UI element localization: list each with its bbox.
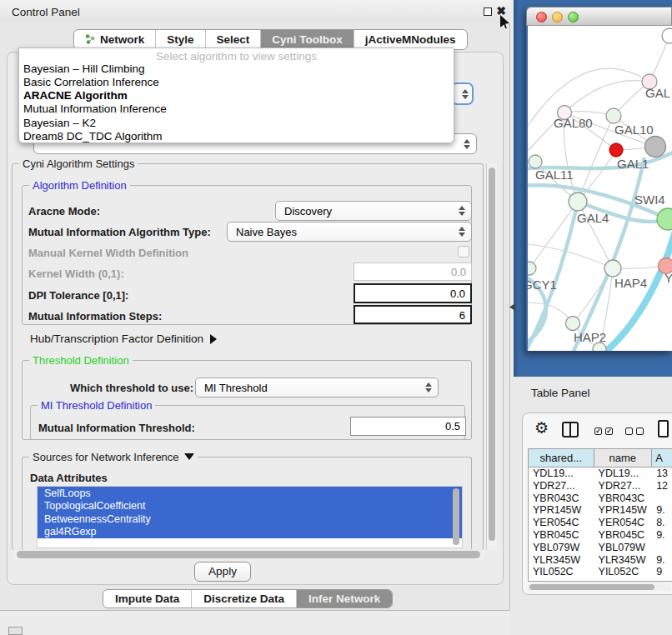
mi-steps-field[interactable]: 6	[354, 305, 472, 324]
table-cell: YBR045C	[529, 529, 594, 542]
table-cell: 8.	[652, 517, 672, 529]
column-header-partial[interactable]: A	[652, 449, 672, 467]
mi-type-combo[interactable]: Naive Bayes	[227, 222, 472, 242]
dpi-tolerance-label: DPI Tolerance [0,1]:	[28, 289, 128, 302]
node-label: GAL11	[535, 168, 574, 182]
sources-title[interactable]: Sources for Network Inference	[29, 451, 198, 463]
unchecked-box-icon[interactable]	[625, 428, 633, 435]
table-cell	[652, 492, 672, 505]
mi-threshold-field[interactable]: 0.5	[350, 417, 466, 436]
table-panel-region: Table Panel ⚙ ✓ ✓ shared... name A YDL19…	[511, 377, 672, 635]
table-row[interactable]: YER054CYER054C8.	[529, 517, 672, 529]
combo-spinner-icon	[464, 139, 470, 149]
close-icon[interactable]: ✖	[496, 4, 506, 18]
mi-steps-label: Mutual Information Steps:	[28, 310, 162, 322]
tab-network[interactable]: Network	[74, 30, 156, 49]
tab-impute-data[interactable]: Impute Data	[103, 590, 192, 608]
table-cell: YER054C	[529, 517, 594, 529]
tab-select[interactable]: Select	[206, 30, 262, 49]
network-canvas[interactable]: GALGAL80GAL10GAL1GAL11GAL4SWI4YHAP4GCY1H…	[528, 26, 672, 351]
algo-option-bayesian-k2[interactable]: Bayesian – K2	[23, 117, 96, 129]
kernel-width-label: Kernel Width (0,1):	[28, 268, 124, 280]
collapse-down-icon	[184, 453, 194, 460]
table-row[interactable]: YIL052CYIL052C9	[529, 566, 672, 578]
table-cell: YDR27...	[529, 480, 594, 492]
attribute-list-item[interactable]: gal4RGexp	[38, 525, 462, 538]
dpi-tolerance-field[interactable]: 0.0	[354, 283, 472, 303]
table-row[interactable]: YBR045CYBR045C9.	[529, 529, 672, 542]
window-minimize-button[interactable]	[552, 12, 563, 22]
table-row[interactable]: YBL079WYBL079W	[529, 542, 672, 554]
network-node[interactable]	[645, 137, 666, 158]
window-close-button[interactable]	[536, 12, 547, 22]
column-header-name[interactable]: name	[594, 449, 653, 467]
gear-icon[interactable]: ⚙	[534, 418, 549, 438]
mi-threshold-title: MI Threshold Definition	[38, 399, 155, 412]
hub-definition-toggle[interactable]: Hub/Transcription Factor Definition	[30, 332, 217, 345]
network-node-hap2[interactable]	[566, 317, 580, 331]
algo-option-mutual-information[interactable]: Mutual Information Inference	[23, 102, 167, 115]
list-scrollbar[interactable]	[453, 488, 459, 545]
window-zoom-button[interactable]	[568, 12, 579, 22]
combo-spinner-icon	[459, 206, 465, 216]
network-node-hap4[interactable]	[604, 260, 621, 277]
apply-button[interactable]: Apply	[194, 562, 251, 582]
attribute-list-item[interactable]: TopologicalCoefficient	[38, 499, 462, 512]
combo-spinner-icon	[459, 227, 465, 237]
tab-jactivemnodules[interactable]: jActiveMNodules	[354, 30, 467, 49]
node-label: HAP2	[574, 330, 606, 344]
algo-option-bayesian-hill-climbing[interactable]: Bayesian – Hill Climbing	[23, 62, 145, 75]
attribute-list-item[interactable]: SelfLoops	[38, 487, 462, 499]
aracne-mode-label: Aracne Mode:	[28, 205, 100, 218]
table-row[interactable]: YLR345WYLR345W9.	[529, 554, 672, 567]
node-label: GAL4	[577, 211, 609, 225]
network-node-gal1[interactable]	[609, 143, 623, 157]
dropdown-placeholder: Select algorithm to view settings	[19, 50, 454, 62]
panel-divider-arrow[interactable]	[509, 303, 515, 311]
minimized-chip[interactable]	[8, 627, 23, 635]
tab-cyni-toolbox[interactable]: Cyni Toolbox	[261, 30, 354, 49]
settings-vscrollbar[interactable]	[486, 163, 497, 550]
network-node-gal11[interactable]	[529, 155, 542, 168]
network-window-titlebar[interactable]	[526, 7, 672, 26]
algo-option-basic-correlation[interactable]: Basic Correlation Inference	[23, 76, 159, 88]
data-attributes-list[interactable]: SelfLoopsTopologicalCoefficientBetweenne…	[37, 486, 463, 548]
checked-box-icon[interactable]: ✓	[605, 428, 613, 435]
table-cell: YBR043C	[594, 492, 653, 505]
tab-discretize-data[interactable]: Discretize Data	[192, 590, 297, 608]
unchecked-box-icon[interactable]	[636, 428, 644, 435]
table-cell: YPR145W	[529, 504, 594, 517]
float-window-icon[interactable]	[484, 8, 492, 16]
network-node-gal10[interactable]	[606, 108, 621, 123]
table-row[interactable]: YBR043CYBR043C	[529, 492, 672, 505]
table-cell: 9.	[652, 554, 672, 567]
table-row[interactable]: YPR145WYPR145W9.	[529, 504, 672, 517]
algo-option-dream8[interactable]: Dream8 DC_TDC Algorithm	[23, 130, 163, 142]
aracne-mode-combo[interactable]: Discovery	[275, 201, 472, 221]
network-node-gal4[interactable]	[569, 192, 587, 211]
table-cell: YIL052C	[594, 566, 653, 578]
manual-kernel-checkbox[interactable]	[458, 246, 469, 258]
column-header-shared[interactable]: shared...	[529, 449, 594, 467]
network-node-gcy1[interactable]	[528, 262, 536, 275]
network-node[interactable]	[662, 28, 672, 43]
document-icon[interactable]	[658, 420, 669, 438]
panel-title: Control Panel	[12, 6, 80, 18]
columns-icon[interactable]	[562, 422, 579, 438]
combo-spinner-icon	[425, 382, 432, 392]
settings-hscrollbar[interactable]	[13, 550, 485, 560]
table-row[interactable]: YDR27...YDR27...12	[529, 480, 672, 492]
which-threshold-combo[interactable]: MI Threshold	[195, 378, 439, 398]
algorithm-definition-title: Algorithm Definition	[29, 179, 130, 192]
checked-box-icon[interactable]: ✓	[594, 428, 602, 435]
attribute-list-item[interactable]: BetweennessCentrality	[38, 512, 462, 525]
network-node-swi4[interactable]	[657, 208, 672, 230]
table-row[interactable]: YDL19...YDL19...13	[529, 468, 672, 480]
algo-option-aracne[interactable]: ARACNE Algorithm	[23, 89, 128, 102]
table-header-row: shared... name A	[529, 449, 672, 468]
mi-type-label: Mutual Information Algorithm Type:	[28, 226, 211, 238]
table-hscrollbar[interactable]	[528, 583, 671, 591]
tab-style[interactable]: Style	[156, 30, 205, 49]
mi-threshold-label: Mutual Information Threshold:	[38, 422, 195, 434]
tab-infer-network[interactable]: Infer Network	[297, 590, 392, 608]
